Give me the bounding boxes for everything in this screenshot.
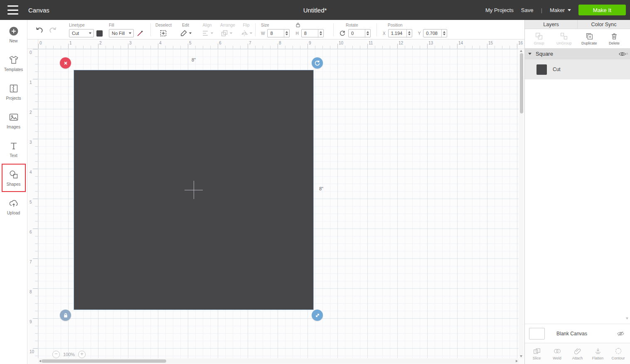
hamburger-bar	[7, 10, 18, 11]
linetype-select[interactable]: Cut	[69, 29, 94, 37]
contour-button[interactable]: Contour	[609, 347, 628, 360]
stepper-arrows[interactable]	[318, 30, 323, 37]
flatten-icon	[594, 347, 602, 355]
flatten-button[interactable]: Flatten	[588, 347, 608, 360]
weld-icon	[553, 347, 561, 355]
rotate-icon[interactable]	[339, 30, 346, 37]
ruler-number: 9	[309, 41, 311, 45]
width-input[interactable]: 8	[267, 29, 290, 37]
stepper-arrows[interactable]	[406, 30, 412, 37]
flip-label: Flip	[240, 23, 252, 27]
blank-canvas-row[interactable]: Blank Canvas	[525, 324, 630, 343]
topbar-divider: |	[541, 7, 542, 13]
layer-row-square[interactable]: Square	[525, 48, 630, 59]
fill-select[interactable]: No Fill	[109, 29, 134, 37]
width-value: 8	[268, 30, 284, 37]
stepper-arrows[interactable]	[441, 30, 447, 37]
document-title[interactable]: Untitled*	[303, 7, 327, 14]
hamburger-menu-button[interactable]	[7, 5, 20, 15]
make-it-button[interactable]: Make It	[578, 5, 626, 15]
delete-handle[interactable]	[60, 57, 71, 69]
ruler-horizontal: 012345678910111213141516	[38, 39, 524, 49]
edit-button[interactable]	[180, 29, 192, 37]
panel-scroll-down-icon[interactable]	[626, 317, 628, 320]
align-label: Align	[201, 23, 213, 27]
deselect-button[interactable]	[155, 29, 172, 37]
weld-button[interactable]: Weld	[548, 347, 567, 360]
position-y-input[interactable]: 0.708	[423, 29, 447, 37]
sidebar-item-images[interactable]: Images	[2, 106, 26, 135]
flip-button[interactable]	[240, 29, 252, 37]
stepper-arrows[interactable]	[365, 30, 370, 37]
sidebar-item-label: Images	[7, 125, 20, 129]
panel-scroll-up-icon[interactable]	[626, 52, 628, 54]
scroll-down-icon[interactable]	[520, 355, 522, 357]
deselect-icon	[159, 29, 167, 37]
arrange-button[interactable]	[220, 29, 235, 37]
layer-operation: Cut	[553, 66, 561, 72]
horizontal-scrollbar[interactable]	[38, 359, 519, 364]
sidebar-item-shapes[interactable]: Shapes	[2, 164, 26, 192]
blank-canvas-swatch[interactable]	[529, 328, 545, 339]
tab-layers[interactable]: Layers	[525, 20, 577, 29]
layer-actions: Group UnGroup Duplicate Delete	[525, 29, 630, 48]
height-input[interactable]: 8	[301, 29, 324, 37]
group-label: Group	[534, 41, 544, 45]
zoom-out-button[interactable]: −	[52, 351, 60, 358]
eye-off-icon[interactable]	[617, 331, 624, 336]
slice-button[interactable]: Slice	[527, 347, 546, 360]
save-link[interactable]: Save	[521, 7, 534, 13]
position-x-input[interactable]: 1.194	[388, 29, 412, 37]
zoom-in-button[interactable]: +	[78, 351, 86, 358]
undo-button[interactable]	[35, 25, 44, 34]
position-x-label: X	[383, 31, 386, 36]
scroll-up-icon[interactable]	[520, 50, 522, 52]
aspect-lock-icon[interactable]	[295, 22, 301, 28]
ruler-number: 16	[518, 41, 523, 45]
vertical-scroll-thumb[interactable]	[520, 53, 523, 113]
shapes-icon	[8, 169, 19, 180]
horizontal-scroll-thumb[interactable]	[42, 359, 166, 363]
align-button[interactable]	[201, 29, 213, 37]
visibility-eye-icon[interactable]	[619, 52, 626, 57]
top-bar: Canvas Untitled* My Projects Save | Make…	[0, 0, 630, 20]
my-projects-link[interactable]: My Projects	[485, 7, 514, 13]
ruler-number: 5	[189, 41, 192, 45]
delete-button[interactable]: Delete	[603, 32, 626, 45]
sidebar-item-text[interactable]: Text	[2, 135, 26, 163]
combine-toolbar: Slice Weld Attach Flatten Contour	[525, 343, 630, 364]
sidebar-item-new[interactable]: New	[2, 20, 26, 49]
ruler-number: 4	[159, 41, 162, 45]
arrow-down-icon	[320, 34, 322, 35]
redo-button[interactable]	[48, 25, 57, 34]
machine-selector[interactable]: Maker	[550, 7, 571, 13]
ungroup-button[interactable]: UnGroup	[552, 32, 576, 45]
sidebar-item-projects[interactable]: Projects	[2, 78, 26, 106]
toolbar-divider	[377, 23, 377, 36]
stepper-arrows[interactable]	[284, 30, 289, 37]
sidebar-item-templates[interactable]: Templates	[2, 49, 26, 77]
group-button[interactable]: Group	[527, 32, 551, 45]
ruler-number: 5	[30, 200, 32, 204]
canvas-grid[interactable]: 8" 8" − 100% +	[38, 49, 519, 358]
pen-icon[interactable]	[136, 30, 144, 37]
duplicate-button[interactable]: Duplicate	[578, 32, 601, 45]
rotate-handle[interactable]	[312, 57, 323, 69]
rotate-input[interactable]: 0	[348, 29, 371, 37]
lock-handle[interactable]	[60, 310, 71, 321]
sidebar-item-label: Projects	[6, 96, 21, 101]
ruler-number: 14	[458, 41, 463, 45]
resize-handle[interactable]	[312, 310, 323, 321]
layer-item-cut[interactable]: Cut	[525, 59, 630, 79]
position-y-value: 0.708	[423, 30, 441, 37]
linetype-color-swatch[interactable]	[96, 30, 103, 37]
vertical-scrollbar[interactable]	[519, 49, 524, 358]
tab-color-sync[interactable]: Color Sync	[577, 20, 630, 29]
scroll-left-icon[interactable]	[39, 360, 41, 362]
app-window: Canvas Untitled* My Projects Save | Make…	[0, 0, 630, 364]
scroll-right-icon[interactable]	[516, 360, 518, 362]
layer-name: Square	[536, 51, 619, 57]
attach-button[interactable]: Attach	[568, 347, 587, 360]
sidebar-item-upload[interactable]: Upload	[2, 192, 26, 221]
collapse-caret-icon[interactable]	[528, 53, 532, 55]
